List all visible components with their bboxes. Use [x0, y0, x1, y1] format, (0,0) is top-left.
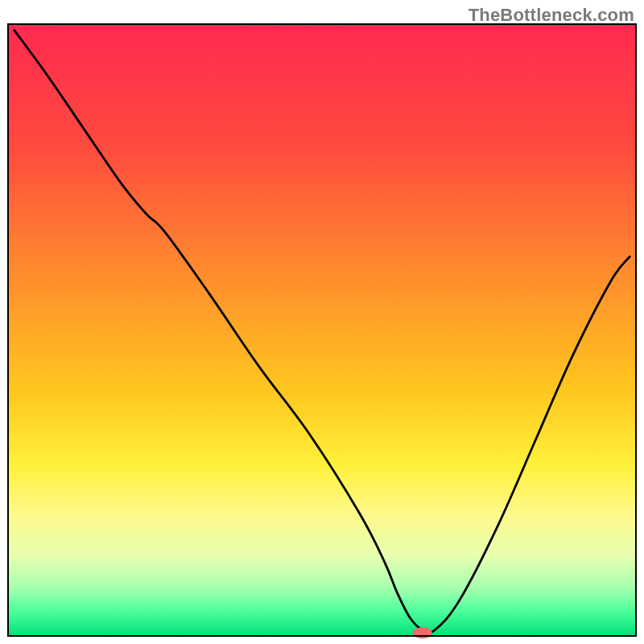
watermark-label: TheBottleneck.com	[469, 5, 634, 26]
optimal-point-marker	[413, 627, 432, 638]
chart-container: TheBottleneck.com	[0, 0, 644, 644]
plot-background	[8, 24, 636, 636]
bottleneck-chart	[0, 0, 644, 644]
